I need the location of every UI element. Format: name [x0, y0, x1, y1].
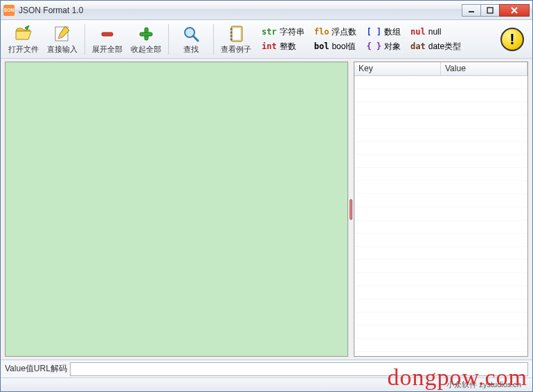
warning-icon[interactable]: ! [500, 28, 524, 51]
minus-icon [98, 24, 117, 44]
collapse-all-label: 收起全部 [131, 44, 161, 55]
svg-rect-7 [140, 32, 152, 36]
close-button[interactable] [499, 4, 530, 17]
splitter-handle-icon [350, 199, 352, 220]
expand-all-button[interactable]: 展开全部 [89, 22, 126, 57]
url-decode-input[interactable] [70, 362, 528, 376]
kv-header: Key Value [354, 62, 527, 76]
maximize-button[interactable] [480, 4, 500, 17]
status-bar: 小众软件 zystudios.cn [1, 377, 532, 391]
expand-all-label: 展开全部 [92, 44, 123, 55]
status-text: 小众软件 zystudios.cn [446, 380, 521, 390]
svg-line-9 [193, 36, 198, 41]
legend-int: int整数 [262, 41, 305, 53]
svg-point-14 [231, 35, 233, 37]
window-title: JSON Format 1.0 [19, 6, 462, 15]
toolbar-separator [168, 24, 169, 55]
splitter[interactable] [348, 62, 354, 357]
window-controls [462, 4, 530, 17]
search-button[interactable]: 查找 [172, 22, 210, 57]
json-tree-panel[interactable] [5, 62, 348, 357]
open-file-button[interactable]: 打开文件 [5, 22, 42, 57]
key-value-panel: Key Value [354, 62, 528, 357]
url-decode-label: Value值URL解码 [5, 363, 67, 375]
legend-nul: nulnull [410, 26, 461, 38]
view-examples-button[interactable]: 查看例子 [217, 22, 255, 57]
svg-point-12 [231, 28, 233, 30]
legend-dat: datdate类型 [410, 41, 461, 53]
app-icon: SON [3, 5, 15, 16]
folder-open-icon [14, 24, 33, 44]
titlebar: SON JSON Format 1.0 [1, 1, 532, 20]
search-icon [181, 24, 201, 44]
legend-arr: [ ]数组 [366, 26, 401, 38]
toolbar-separator [213, 24, 214, 55]
svg-point-13 [231, 31, 233, 33]
app-window: SON JSON Format 1.0 打开文件 直接输入 [0, 0, 533, 392]
kv-body[interactable] [354, 76, 527, 356]
minimize-icon [468, 7, 475, 14]
maximize-icon [487, 7, 494, 14]
bottom-bar: Value值URL解码 [1, 360, 532, 377]
svg-point-15 [231, 38, 233, 40]
svg-rect-5 [102, 32, 113, 36]
legend-str: str字符串 [262, 26, 305, 38]
direct-input-label: 直接输入 [47, 44, 78, 55]
minimize-button[interactable] [462, 4, 481, 17]
legend-bol: bolbool值 [314, 41, 357, 53]
legend-obj: { }对象 [366, 41, 401, 53]
toolbar-separator [84, 24, 85, 55]
svg-rect-1 [487, 8, 493, 13]
toolbar: 打开文件 直接输入 展开全部 收起全部 查找 [1, 20, 532, 59]
view-examples-label: 查看例子 [221, 44, 251, 55]
main-area: Key Value [1, 59, 532, 360]
direct-input-button[interactable]: 直接输入 [44, 22, 81, 57]
svg-rect-11 [233, 28, 241, 40]
edit-icon [53, 24, 72, 44]
collapse-all-button[interactable]: 收起全部 [127, 22, 165, 57]
key-column-header[interactable]: Key [354, 62, 441, 75]
notebook-icon [226, 24, 246, 44]
type-legend: str字符串 flo浮点数 [ ]数组 nulnull int整数 bolboo… [262, 26, 461, 53]
legend-flo: flo浮点数 [314, 26, 357, 38]
value-column-header[interactable]: Value [441, 62, 527, 75]
plus-icon [136, 24, 156, 44]
open-file-label: 打开文件 [8, 44, 39, 55]
search-label: 查找 [183, 44, 199, 55]
close-icon [510, 6, 518, 15]
